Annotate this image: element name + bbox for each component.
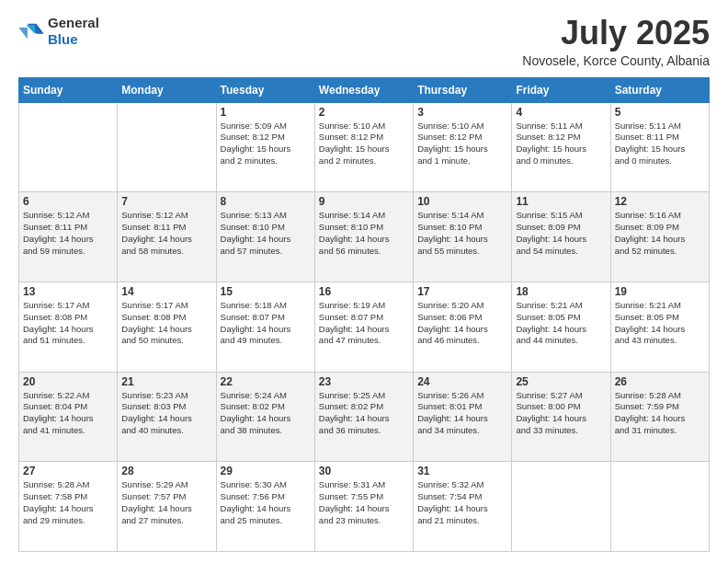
col-thursday: Thursday xyxy=(414,77,512,102)
calendar-table: Sunday Monday Tuesday Wednesday Thursday… xyxy=(18,77,710,552)
day-number: 24 xyxy=(417,375,507,388)
day-number: 9 xyxy=(319,195,409,208)
day-number: 12 xyxy=(615,195,705,208)
day-info: Sunrise: 5:21 AM Sunset: 8:05 PM Dayligh… xyxy=(516,300,606,347)
calendar-week-row: 1Sunrise: 5:09 AM Sunset: 8:12 PM Daylig… xyxy=(19,102,710,192)
day-number: 2 xyxy=(319,106,409,119)
day-info: Sunrise: 5:11 AM Sunset: 8:11 PM Dayligh… xyxy=(615,121,705,167)
day-info: Sunrise: 5:18 AM Sunset: 8:07 PM Dayligh… xyxy=(221,300,311,347)
logo-text: General Blue xyxy=(48,15,99,48)
table-row xyxy=(512,462,610,552)
day-number: 18 xyxy=(516,285,606,298)
day-number: 4 xyxy=(516,106,606,119)
day-number: 21 xyxy=(121,375,211,388)
day-info: Sunrise: 5:10 AM Sunset: 8:12 PM Dayligh… xyxy=(417,121,507,167)
page: General Blue July 2025 Novosele, Korce C… xyxy=(0,0,728,563)
day-number: 7 xyxy=(121,195,211,208)
logo: General Blue xyxy=(18,15,99,48)
day-info: Sunrise: 5:09 AM Sunset: 8:12 PM Dayligh… xyxy=(221,121,311,167)
table-row xyxy=(610,462,709,552)
table-row: 22Sunrise: 5:24 AM Sunset: 8:02 PM Dayli… xyxy=(216,372,314,462)
col-saturday: Saturday xyxy=(610,77,709,102)
table-row: 15Sunrise: 5:18 AM Sunset: 8:07 PM Dayli… xyxy=(216,282,314,372)
day-number: 16 xyxy=(319,285,409,298)
day-number: 20 xyxy=(23,375,113,388)
day-number: 11 xyxy=(516,195,606,208)
table-row: 16Sunrise: 5:19 AM Sunset: 8:07 PM Dayli… xyxy=(314,282,413,372)
table-row: 17Sunrise: 5:20 AM Sunset: 8:06 PM Dayli… xyxy=(414,282,512,372)
day-info: Sunrise: 5:32 AM Sunset: 7:54 PM Dayligh… xyxy=(417,479,507,526)
col-wednesday: Wednesday xyxy=(314,77,413,102)
day-info: Sunrise: 5:17 AM Sunset: 8:08 PM Dayligh… xyxy=(23,300,113,347)
day-info: Sunrise: 5:17 AM Sunset: 8:08 PM Dayligh… xyxy=(121,300,211,347)
day-number: 27 xyxy=(23,465,113,477)
day-info: Sunrise: 5:16 AM Sunset: 8:09 PM Dayligh… xyxy=(615,210,705,257)
col-monday: Monday xyxy=(118,77,216,102)
day-info: Sunrise: 5:28 AM Sunset: 7:59 PM Dayligh… xyxy=(615,390,705,437)
table-row: 19Sunrise: 5:21 AM Sunset: 8:05 PM Dayli… xyxy=(610,282,709,372)
table-row: 28Sunrise: 5:29 AM Sunset: 7:57 PM Dayli… xyxy=(118,462,216,552)
table-row: 29Sunrise: 5:30 AM Sunset: 7:56 PM Dayli… xyxy=(216,462,314,552)
table-row: 8Sunrise: 5:13 AM Sunset: 8:10 PM Daylig… xyxy=(216,192,314,282)
day-number: 8 xyxy=(221,195,311,208)
day-number: 1 xyxy=(221,106,311,119)
day-info: Sunrise: 5:31 AM Sunset: 7:55 PM Dayligh… xyxy=(319,479,409,526)
day-info: Sunrise: 5:15 AM Sunset: 8:09 PM Dayligh… xyxy=(516,210,606,257)
svg-marker-1 xyxy=(27,25,36,34)
day-info: Sunrise: 5:10 AM Sunset: 8:12 PM Dayligh… xyxy=(319,121,409,167)
calendar-week-row: 27Sunrise: 5:28 AM Sunset: 7:58 PM Dayli… xyxy=(19,462,710,552)
table-row: 10Sunrise: 5:14 AM Sunset: 8:10 PM Dayli… xyxy=(414,192,512,282)
day-info: Sunrise: 5:21 AM Sunset: 8:05 PM Dayligh… xyxy=(615,300,705,347)
day-info: Sunrise: 5:11 AM Sunset: 8:12 PM Dayligh… xyxy=(516,121,606,167)
table-row: 7Sunrise: 5:12 AM Sunset: 8:11 PM Daylig… xyxy=(118,192,216,282)
day-number: 6 xyxy=(23,195,113,208)
table-row: 13Sunrise: 5:17 AM Sunset: 8:08 PM Dayli… xyxy=(19,282,118,372)
table-row xyxy=(118,102,216,192)
table-row: 25Sunrise: 5:27 AM Sunset: 8:00 PM Dayli… xyxy=(512,372,610,462)
table-row: 23Sunrise: 5:25 AM Sunset: 8:02 PM Dayli… xyxy=(314,372,413,462)
col-tuesday: Tuesday xyxy=(216,77,314,102)
table-row: 14Sunrise: 5:17 AM Sunset: 8:08 PM Dayli… xyxy=(118,282,216,372)
calendar-week-row: 6Sunrise: 5:12 AM Sunset: 8:11 PM Daylig… xyxy=(19,192,710,282)
day-number: 19 xyxy=(615,285,705,298)
day-info: Sunrise: 5:29 AM Sunset: 7:57 PM Dayligh… xyxy=(121,479,211,526)
table-row: 2Sunrise: 5:10 AM Sunset: 8:12 PM Daylig… xyxy=(314,102,413,192)
day-number: 13 xyxy=(23,285,113,298)
table-row: 21Sunrise: 5:23 AM Sunset: 8:03 PM Dayli… xyxy=(118,372,216,462)
table-row: 27Sunrise: 5:28 AM Sunset: 7:58 PM Dayli… xyxy=(19,462,118,552)
day-info: Sunrise: 5:24 AM Sunset: 8:02 PM Dayligh… xyxy=(221,390,311,437)
day-info: Sunrise: 5:22 AM Sunset: 8:04 PM Dayligh… xyxy=(23,390,113,437)
day-number: 23 xyxy=(319,375,409,388)
day-number: 14 xyxy=(121,285,211,298)
day-number: 10 xyxy=(417,195,507,208)
day-info: Sunrise: 5:27 AM Sunset: 8:00 PM Dayligh… xyxy=(516,390,606,437)
header: General Blue July 2025 Novosele, Korce C… xyxy=(18,15,710,68)
logo-blue: Blue xyxy=(48,31,78,47)
logo-icon xyxy=(18,21,44,41)
calendar-week-row: 20Sunrise: 5:22 AM Sunset: 8:04 PM Dayli… xyxy=(19,372,710,462)
table-row: 11Sunrise: 5:15 AM Sunset: 8:09 PM Dayli… xyxy=(512,192,610,282)
day-info: Sunrise: 5:23 AM Sunset: 8:03 PM Dayligh… xyxy=(121,390,211,437)
location-title: Novosele, Korce County, Albania xyxy=(522,53,710,68)
table-row: 12Sunrise: 5:16 AM Sunset: 8:09 PM Dayli… xyxy=(610,192,709,282)
table-row: 31Sunrise: 5:32 AM Sunset: 7:54 PM Dayli… xyxy=(414,462,512,552)
day-info: Sunrise: 5:12 AM Sunset: 8:11 PM Dayligh… xyxy=(23,210,113,257)
day-info: Sunrise: 5:12 AM Sunset: 8:11 PM Dayligh… xyxy=(121,210,211,257)
day-number: 28 xyxy=(121,465,211,477)
table-row: 18Sunrise: 5:21 AM Sunset: 8:05 PM Dayli… xyxy=(512,282,610,372)
title-area: July 2025 Novosele, Korce County, Albani… xyxy=(522,15,710,68)
day-info: Sunrise: 5:26 AM Sunset: 8:01 PM Dayligh… xyxy=(417,390,507,437)
table-row: 20Sunrise: 5:22 AM Sunset: 8:04 PM Dayli… xyxy=(19,372,118,462)
table-row xyxy=(19,102,118,192)
day-number: 3 xyxy=(417,106,507,119)
day-info: Sunrise: 5:30 AM Sunset: 7:56 PM Dayligh… xyxy=(221,479,311,526)
day-info: Sunrise: 5:25 AM Sunset: 8:02 PM Dayligh… xyxy=(319,390,409,437)
day-number: 17 xyxy=(417,285,507,298)
table-row: 6Sunrise: 5:12 AM Sunset: 8:11 PM Daylig… xyxy=(19,192,118,282)
table-row: 24Sunrise: 5:26 AM Sunset: 8:01 PM Dayli… xyxy=(414,372,512,462)
logo-general: General xyxy=(48,15,99,30)
table-row: 4Sunrise: 5:11 AM Sunset: 8:12 PM Daylig… xyxy=(512,102,610,192)
col-sunday: Sunday xyxy=(19,77,118,102)
month-title: July 2025 xyxy=(522,15,710,52)
calendar-header-row: Sunday Monday Tuesday Wednesday Thursday… xyxy=(19,77,710,102)
